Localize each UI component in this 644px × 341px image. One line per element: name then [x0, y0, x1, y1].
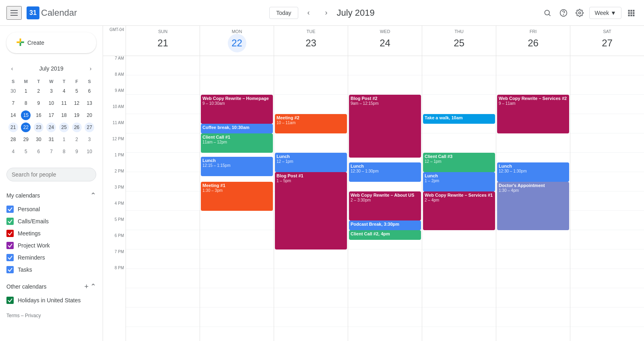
- mini-cal-day[interactable]: 4: [7, 146, 19, 157]
- add-other-calendar-icon[interactable]: +: [84, 283, 89, 291]
- calendar-event[interactable]: Web Copy Rewrite – Services #12 – 4pm: [423, 191, 495, 230]
- view-selector[interactable]: Week ▼: [589, 7, 621, 19]
- day-header[interactable]: FRI26: [496, 26, 570, 56]
- mini-cal-day[interactable]: 22: [20, 122, 32, 133]
- calendar-checkbox[interactable]: [6, 242, 14, 249]
- mini-cal-day[interactable]: 15: [20, 110, 32, 121]
- day-header[interactable]: SUN21: [126, 26, 200, 56]
- calendar-event[interactable]: Lunch1 – 2pm: [423, 172, 495, 191]
- mini-cal-day[interactable]: 26: [71, 122, 83, 133]
- create-button[interactable]: ✛ Create: [6, 32, 96, 53]
- search-people-input[interactable]: [6, 168, 96, 181]
- calendar-item[interactable]: Meetings: [6, 227, 96, 239]
- mini-cal-day[interactable]: 2: [33, 85, 45, 97]
- mini-cal-day[interactable]: 2: [71, 134, 83, 145]
- mini-cal-day[interactable]: 8: [58, 146, 70, 157]
- day-header[interactable]: WED24: [348, 26, 422, 56]
- prev-button[interactable]: ‹: [301, 6, 316, 20]
- calendar-checkbox[interactable]: [6, 254, 14, 261]
- mini-cal-day[interactable]: 7: [45, 146, 58, 157]
- mini-cal-day[interactable]: 9: [71, 146, 83, 157]
- search-button[interactable]: [541, 5, 554, 21]
- mini-cal-day[interactable]: 9: [33, 98, 45, 109]
- mini-next-button[interactable]: ›: [85, 63, 96, 74]
- mini-cal-day[interactable]: 27: [83, 122, 95, 133]
- mini-cal-day[interactable]: 5: [20, 146, 32, 157]
- mini-cal-day[interactable]: 1: [20, 85, 32, 97]
- day-header[interactable]: THU25: [422, 26, 496, 56]
- calendar-event[interactable]: Client Call #2, 4pm: [349, 230, 421, 240]
- calendar-item[interactable]: Calls/Emails: [6, 215, 96, 227]
- mini-cal-day[interactable]: 16: [33, 110, 45, 121]
- mini-cal-day[interactable]: 6: [33, 146, 45, 157]
- calendar-event[interactable]: Web Copy Rewrite – Services #29 – 11am: [497, 95, 569, 133]
- calendar-event[interactable]: Web Copy Rewrite – About US2 – 3:30pm: [349, 191, 421, 220]
- calendar-event[interactable]: Take a walk, 10am: [423, 114, 495, 124]
- calendar-event[interactable]: Meeting #210 – 11am: [275, 114, 347, 133]
- calendar-event[interactable]: Podcast Break, 3:30pm: [349, 220, 421, 230]
- mini-cal-day[interactable]: 30: [33, 134, 45, 145]
- calendar-item[interactable]: Holidays in United States: [6, 294, 96, 306]
- mini-cal-day[interactable]: 11: [58, 98, 70, 109]
- calendar-event[interactable]: Lunch12:30 – 1:30pm: [349, 162, 421, 182]
- calendar-item[interactable]: Reminders: [6, 252, 96, 264]
- calendar-event[interactable]: Meeting #11:30 – 3pm: [201, 182, 273, 211]
- other-calendars-header[interactable]: Other calendars + ⌃: [6, 279, 96, 294]
- terms-link[interactable]: Terms: [6, 313, 20, 318]
- day-header[interactable]: SAT27: [570, 26, 644, 56]
- mini-cal-day[interactable]: 8: [20, 98, 32, 109]
- menu-button[interactable]: [6, 6, 22, 20]
- calendar-item[interactable]: Project Work: [6, 239, 96, 252]
- day-header[interactable]: MON22: [200, 26, 274, 56]
- mini-cal-day[interactable]: 25: [58, 122, 70, 133]
- mini-cal-day[interactable]: 7: [7, 98, 19, 109]
- mini-prev-button[interactable]: ‹: [6, 63, 18, 74]
- mini-cal-day[interactable]: 6: [83, 85, 95, 97]
- mini-cal-day[interactable]: 3: [83, 134, 95, 145]
- calendar-event[interactable]: Lunch12 – 1pm: [275, 153, 347, 172]
- calendar-event[interactable]: Doctor's Appointment1:30 – 4pm: [497, 182, 569, 230]
- my-calendars-header[interactable]: My calendars ⌃: [6, 188, 96, 203]
- mini-cal-day[interactable]: 5: [71, 85, 83, 97]
- calendar-checkbox[interactable]: [6, 230, 14, 237]
- mini-cal-day[interactable]: 20: [83, 110, 95, 121]
- today-button[interactable]: Today: [269, 7, 298, 19]
- day-header[interactable]: TUE23: [274, 26, 348, 56]
- mini-cal-day[interactable]: 10: [83, 146, 95, 157]
- mini-cal-day[interactable]: 18: [58, 110, 70, 121]
- mini-cal-day[interactable]: 30: [7, 85, 19, 97]
- next-button[interactable]: ›: [319, 6, 334, 20]
- calendar-item[interactable]: Personal: [6, 203, 96, 215]
- calendar-event[interactable]: Client Call #111am – 12pm: [201, 133, 273, 153]
- calendar-event[interactable]: Lunch12:15 – 1:15pm: [201, 157, 273, 176]
- mini-cal-day[interactable]: 14: [7, 110, 19, 121]
- apps-button[interactable]: [625, 5, 638, 21]
- calendar-checkbox[interactable]: [6, 218, 14, 225]
- calendar-checkbox[interactable]: [6, 266, 14, 273]
- privacy-link[interactable]: Privacy: [25, 313, 41, 318]
- mini-cal-day[interactable]: 23: [33, 122, 45, 133]
- calendar-event[interactable]: Web Copy Rewrite – Homepage9 – 10:30am: [201, 95, 273, 124]
- mini-cal-day[interactable]: 12: [71, 98, 83, 109]
- mini-cal-day[interactable]: 3: [45, 85, 58, 97]
- mini-cal-day[interactable]: 28: [7, 134, 19, 145]
- mini-cal-day[interactable]: 24: [45, 122, 58, 133]
- calendar-checkbox[interactable]: [6, 206, 14, 213]
- calendar-item[interactable]: Tasks: [6, 264, 96, 276]
- calendar-event[interactable]: Blog Post #11 – 5pm: [275, 172, 347, 250]
- mini-cal-day[interactable]: 4: [58, 85, 70, 97]
- mini-cal-day[interactable]: 17: [45, 110, 58, 121]
- calendar-event[interactable]: Blog Post #29am – 12:15pm: [349, 95, 421, 158]
- mini-cal-day[interactable]: 19: [71, 110, 83, 121]
- mini-cal-day[interactable]: 31: [45, 134, 58, 145]
- mini-cal-day[interactable]: 10: [45, 98, 58, 109]
- settings-button[interactable]: [573, 5, 586, 21]
- mini-cal-day[interactable]: 13: [83, 98, 95, 109]
- calendar-event[interactable]: Lunch12:30 – 1:30pm: [497, 162, 569, 182]
- mini-cal-day[interactable]: 29: [20, 134, 32, 145]
- help-button[interactable]: [557, 5, 570, 21]
- calendar-checkbox[interactable]: [6, 297, 14, 304]
- mini-cal-day[interactable]: 1: [58, 134, 70, 145]
- mini-cal-day[interactable]: 21: [7, 122, 19, 133]
- calendar-event[interactable]: Client Call #312 – 1pm: [423, 153, 495, 172]
